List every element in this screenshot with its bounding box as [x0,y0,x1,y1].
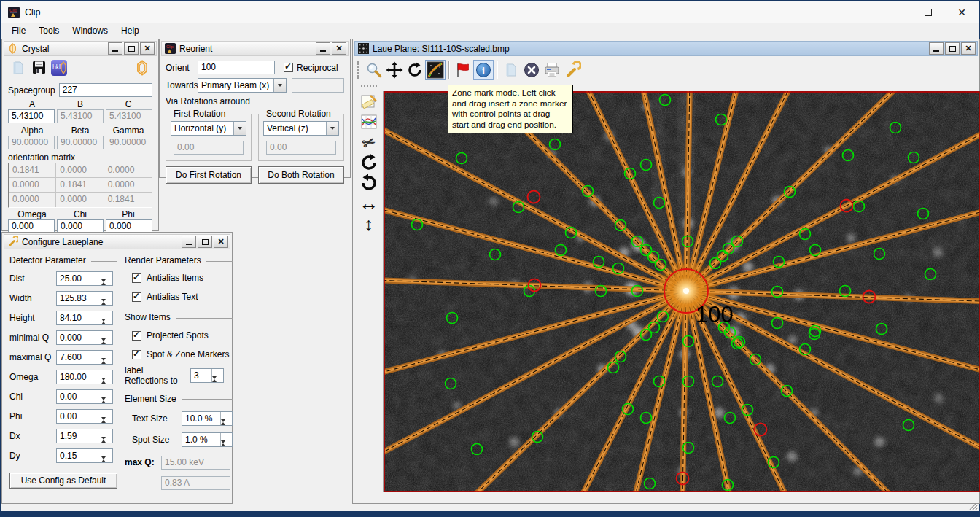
plot-button[interactable] [359,112,379,132]
flag-tool-button[interactable] [453,60,473,80]
configure-maximize-button[interactable] [198,236,212,248]
detector-field-label: Chi [9,392,56,402]
spot-zone-markers-checkbox[interactable] [132,350,141,359]
laue-close-button[interactable]: ✕ [961,42,976,55]
second-rotation-angle[interactable]: 0.00 [266,141,336,155]
detector-field-spinbox[interactable]: 0.00 [56,409,113,424]
wrench-icon [7,236,18,247]
spin-down-icon[interactable] [221,443,232,454]
crystal-info-button[interactable] [132,58,152,78]
reciprocal-checkbox[interactable] [284,63,293,72]
cell-c-input[interactable]: 5.43100 [106,109,152,123]
detector-field-row: minimal Q0.000 [9,330,117,345]
do-both-rotation-button[interactable]: Do Both Rotation [258,166,344,184]
zoom-tool-button[interactable] [364,60,384,80]
header-omega: Omega [8,209,56,219]
detector-field-spinbox[interactable]: 7.600 [56,350,113,365]
detector-field-spinbox[interactable]: 25.00 [56,271,113,286]
detector-field-spinbox[interactable]: 125.83 [56,291,113,306]
crystal-hkl-button[interactable]: hkl [49,58,69,78]
rotate-cw-button[interactable] [359,152,379,173]
gamma-input[interactable]: 90.00000 [106,136,152,149]
info-tool-button[interactable]: i [473,60,494,80]
rotate-tool-button[interactable] [405,60,425,80]
crystal-icon [7,43,18,54]
label-reflections-spinbox[interactable]: 3 [190,368,224,383]
toolbar-separator [448,61,450,79]
spacegroup-input[interactable]: 227 [59,83,152,97]
spot-size-spinbox[interactable]: 1.0 % [182,432,233,447]
matrix-cell: 0.0000 [56,163,104,178]
configure-titlebar[interactable]: Configure Laueplane ✕ [4,234,230,249]
crop-button[interactable]: ✂ [359,132,379,152]
antialias-items-checkbox[interactable] [132,273,141,283]
text-size-spinbox[interactable]: 10.0 % [182,411,233,426]
first-rotation-axis-dropdown[interactable]: Horizontal (y) [171,121,246,136]
detector-field-spinbox[interactable]: 84.10 [56,311,113,325]
cell-b-input[interactable]: 5.43100 [57,109,104,123]
pan-tool-button[interactable] [384,60,405,80]
close-image-button[interactable] [521,60,542,80]
laue-maximize-button[interactable] [945,42,960,55]
open-image-button[interactable] [501,60,521,80]
configure-minimize-button[interactable] [182,236,196,248]
projected-spots-checkbox[interactable] [132,331,141,341]
laue-image-canvas[interactable]: 100 [383,91,979,492]
detector-field-spinbox[interactable]: 180.00 [56,370,113,384]
do-first-rotation-button[interactable]: Do First Rotation [166,166,252,184]
spin-down-icon[interactable] [212,379,223,389]
reorient-titlebar[interactable]: Clip Reorient ✕ [161,41,349,56]
header-a: A [8,99,56,109]
detector-field-value: 125.83 [57,292,101,305]
spin-down-icon[interactable] [101,459,112,470]
crystal-save-button[interactable] [28,58,49,78]
toolbar-grip[interactable] [357,61,360,79]
reorient-minimize-button[interactable] [316,42,330,55]
second-rotation-axis-dropdown[interactable]: Vertical (z) [263,121,339,136]
configure-close-button[interactable]: ✕ [214,236,228,248]
crystal-prism-icon [135,60,149,76]
cell-a-input[interactable]: 5.43100 [8,109,55,123]
configure-plane-button[interactable] [562,60,583,80]
print-button[interactable] [542,60,562,80]
crystal-titlebar[interactable]: Crystal ✕ [4,41,157,56]
flip-vertical-button[interactable]: ↕ [359,214,379,234]
towards-dropdown[interactable]: Primary Beam (x) [198,78,287,93]
detector-field-spinbox[interactable]: 1.59 [56,429,113,443]
toolbar-grip[interactable] [361,85,377,88]
spot-zone-markers-label: Spot & Zone Markers [147,349,229,359]
orient-input[interactable]: 100 [198,61,275,74]
antialias-text-checkbox[interactable] [132,292,141,302]
detector-field-spinbox[interactable]: 0.000 [56,330,113,345]
laue-minimize-button[interactable] [929,42,944,55]
laue-titlebar[interactable]: Laue Plane: SI111-10S-scaled.bmp ✕ [354,41,978,56]
matrix-cell: 0.0000 [9,193,56,207]
crystal-maximize-button[interactable] [124,42,139,55]
hkl-icon: hkl [50,59,68,77]
crystal-load-button[interactable] [8,58,28,78]
crystal-window: Crystal ✕ [1,39,159,231]
detector-field-row: maximal Q7.600 [9,350,117,365]
header-c: C [104,99,152,109]
rotate-ccw-button[interactable] [359,173,379,193]
use-config-default-button[interactable]: Use Config as Default [9,473,117,489]
main-maximize-button[interactable] [911,1,945,23]
alpha-input[interactable]: 90.00000 [8,136,55,149]
detector-field-spinbox[interactable]: 0.00 [56,389,113,404]
beta-input[interactable]: 90.00000 [57,136,104,149]
flip-horizontal-button[interactable]: ↔ [359,193,379,214]
menu-file[interactable]: File [5,23,32,38]
menu-help[interactable]: Help [114,23,146,38]
main-minimize-button[interactable] [878,1,911,23]
image-transform-button[interactable] [359,91,379,112]
first-rotation-angle[interactable]: 0.00 [174,141,244,155]
menu-tools[interactable]: Tools [32,23,66,38]
main-close-button[interactable]: ✕ [945,1,979,23]
crystal-minimize-button[interactable] [108,42,122,55]
zone-mark-tool-button[interactable] [425,60,446,80]
crystal-close-button[interactable]: ✕ [140,42,155,55]
menu-windows[interactable]: Windows [66,23,114,38]
spin-down-icon[interactable] [221,422,232,432]
detector-field-spinbox[interactable]: 0.15 [56,448,113,463]
reorient-close-button[interactable]: ✕ [332,42,346,55]
